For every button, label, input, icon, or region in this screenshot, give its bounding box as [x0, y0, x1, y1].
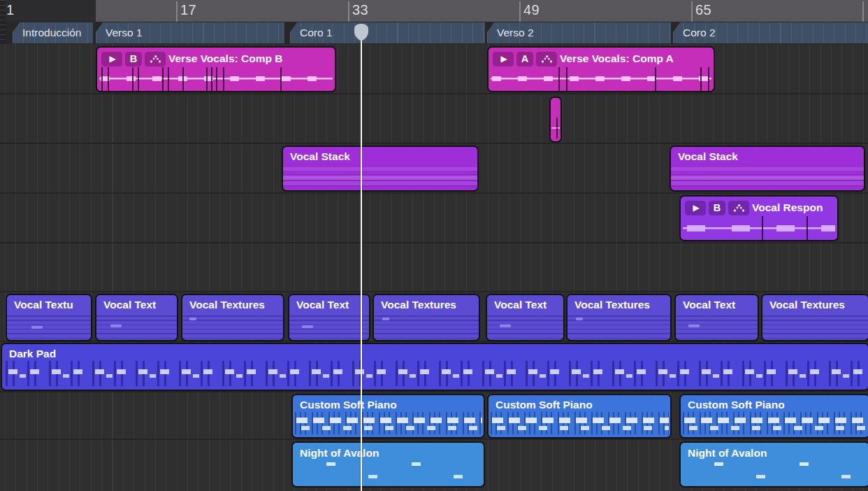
play-icon: ▶: [109, 55, 115, 63]
flex-comp-icon[interactable]: [536, 52, 557, 66]
ruler-tick: [691, 1, 693, 22]
take-separator: [280, 67, 282, 91]
midi-note: [382, 318, 389, 320]
region-title: Vocal Stack: [283, 147, 477, 163]
region-vocal-textures-1[interactable]: Vocal Textu: [6, 294, 92, 341]
take-separator: [335, 67, 336, 91]
midi-note-lines: [182, 315, 283, 340]
flex-dots-glyph: [733, 204, 745, 212]
take-separator: [762, 216, 763, 240]
flex-comp-icon[interactable]: [728, 201, 749, 215]
region-title: Custom Soft Piano: [293, 395, 484, 411]
region-vocal-stack-2[interactable]: Vocal Stack: [670, 145, 865, 192]
marker-introduccion[interactable]: Introducción: [13, 22, 93, 43]
playhead-handle[interactable]: [352, 23, 370, 42]
region-vocal-textures-8[interactable]: Vocal Text: [674, 294, 759, 341]
region-vocal-textures-4[interactable]: Vocal Text: [288, 294, 370, 341]
region-title: Vocal Stack: [671, 147, 864, 163]
audio-waveform: [97, 67, 335, 91]
arrangement-marker-track: Introducción Verso 1 Coro 1 Verso 2 Coro…: [0, 22, 868, 44]
region-night-of-avalon-2[interactable]: Night of Avalon: [679, 441, 868, 488]
ruler-bar-number: 65: [695, 2, 711, 18]
marker-verso-2[interactable]: Verso 2: [487, 22, 671, 43]
region-title: Night of Avalon: [293, 443, 484, 460]
ruler-tick: [348, 1, 349, 22]
region-title: Dark Pad: [2, 344, 868, 360]
flex-dots-glyph: [150, 55, 161, 63]
region-take-sliver[interactable]: [549, 97, 562, 143]
sliver-waveform: [551, 127, 560, 129]
take-separator: [558, 67, 560, 91]
midi-note-dashes: [293, 459, 484, 484]
region-title: Custom Soft Piano: [489, 395, 670, 411]
take-play-button[interactable]: ▶: [101, 52, 122, 66]
region-dark-pad[interactable]: Dark Pad: [1, 343, 868, 391]
take-separator: [556, 118, 558, 138]
region-title: Vocal Textures: [567, 295, 670, 311]
midi-note-clusters: [491, 412, 669, 434]
take-play-button[interactable]: ▶: [493, 52, 514, 66]
track-lane-2: [0, 94, 868, 144]
midi-note: [688, 325, 700, 327]
region-vocal-textures-9[interactable]: Vocal Textures: [761, 294, 868, 341]
playhead-line: [361, 38, 362, 491]
midi-note-lines: [762, 315, 868, 340]
marker-coro-1[interactable]: Coro 1: [290, 22, 485, 43]
marker-verso-1[interactable]: Verso 1: [96, 22, 284, 43]
take-letter-badge[interactable]: B: [125, 52, 142, 66]
bar-ruler[interactable]: 1 17 33 49 65: [0, 0, 868, 22]
region-title: Verse Vocals: Comp B: [168, 52, 282, 65]
midi-note-clusters: [683, 412, 867, 434]
region-title: Vocal Text: [487, 295, 563, 311]
take-letter-badge[interactable]: B: [709, 201, 725, 215]
play-icon: ▶: [693, 204, 699, 212]
take-separator: [138, 67, 139, 91]
region-vocal-textures-3[interactable]: Vocal Textures: [181, 294, 284, 341]
take-play-button[interactable]: ▶: [685, 201, 706, 215]
midi-note-lines: [567, 315, 670, 340]
take-separator: [108, 67, 109, 91]
midi-note: [500, 325, 511, 327]
take-separator: [806, 216, 808, 240]
region-custom-soft-piano-2[interactable]: Custom Soft Piano: [487, 394, 672, 439]
midi-note-lines: [487, 315, 563, 340]
take-separator: [101, 67, 103, 91]
region-vocal-textures-6[interactable]: Vocal Text: [486, 294, 565, 341]
region-vocal-textures-5[interactable]: Vocal Textures: [372, 294, 480, 341]
take-separator: [700, 67, 702, 91]
midi-note-lines: [676, 315, 758, 340]
take-separator: [182, 67, 184, 91]
region-vocal-textures-2[interactable]: Vocal Text: [95, 294, 178, 341]
region-title: Night of Avalon: [681, 443, 868, 460]
region-vocal-textures-7[interactable]: Vocal Textures: [566, 294, 672, 341]
midi-note: [110, 325, 122, 327]
arrange-window: 1 17 33 49 65 Introducción Verso 1 Coro …: [0, 0, 868, 491]
region-title: Vocal Text: [676, 295, 758, 311]
take-separator: [162, 67, 164, 91]
region-custom-soft-piano-1[interactable]: Custom Soft Piano: [291, 394, 485, 439]
take-letter-badge[interactable]: A: [516, 52, 533, 66]
midi-note-lines: [289, 315, 369, 340]
playhead-icon: [352, 23, 370, 42]
ruler-bar-number: 49: [523, 2, 540, 18]
region-verse-vocals-comp-a[interactable]: ▶ A Verse Vocals: Comp A: [487, 46, 715, 92]
midi-note: [302, 325, 313, 328]
region-verse-vocals-comp-b[interactable]: ▶ B Verse Vocals: Comp B: [96, 46, 336, 92]
stack-subregion-stripes: [671, 165, 864, 190]
ruler-tick: [176, 1, 178, 22]
midi-note-lines: [96, 315, 177, 340]
region-vocal-response[interactable]: ▶ B Vocal Respon: [679, 195, 839, 241]
region-title: Vocal Textures: [182, 295, 283, 311]
region-title: Vocal Textures: [762, 295, 868, 311]
flex-comp-icon[interactable]: [145, 52, 166, 66]
region-custom-soft-piano-3[interactable]: Custom Soft Piano: [679, 394, 868, 439]
ruler-bar-number: 17: [180, 2, 196, 18]
marker-coro-2[interactable]: Coro 2: [673, 22, 868, 43]
midi-note-clusters: [6, 361, 867, 386]
take-separator: [132, 67, 133, 91]
region-night-of-avalon-1[interactable]: Night of Avalon: [291, 441, 485, 488]
region-title: Vocal Textures: [374, 295, 479, 311]
midi-note-clusters: [295, 412, 482, 434]
midi-note-dashes: [681, 459, 868, 484]
region-vocal-stack-1[interactable]: Vocal Stack: [282, 145, 479, 192]
